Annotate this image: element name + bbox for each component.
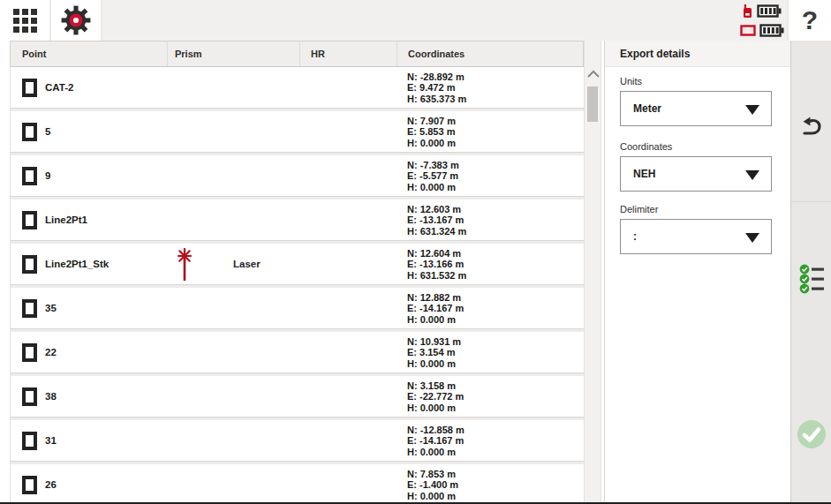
table-row[interactable]: 38 N: 3.158 mE: -22.772 mH: 0.000 m — [11, 376, 584, 417]
coordinates-cell: N: -28.892 mE: 9.472 mH: 635.373 m — [407, 71, 466, 104]
coordinates-label: Coordinates — [620, 141, 672, 152]
row-checkbox[interactable] — [22, 79, 37, 97]
point-name: 26 — [45, 464, 57, 504]
row-checkbox[interactable] — [22, 476, 37, 494]
app-window: ? Point Prism HR Coordinates CAT-2 N: -2… — [0, 0, 831, 504]
select-all-button[interactable] — [791, 263, 831, 294]
top-bar: ? — [0, 0, 831, 41]
back-button[interactable] — [791, 115, 831, 138]
coordinates-cell: N: 3.158 mE: -22.772 mH: 0.000 m — [407, 380, 464, 413]
units-select[interactable]: Meter — [620, 91, 772, 126]
panel-title: Export details — [605, 41, 790, 67]
point-name: 31 — [45, 420, 57, 462]
coordinates-select[interactable]: NEH — [620, 156, 772, 192]
instrument-icon — [740, 25, 756, 36]
chevron-down-icon — [745, 105, 759, 115]
coordinates-cell: N: 12.604 mE: -13.166 mH: 631.532 m — [407, 248, 466, 281]
coordinates-cell: N: 12.882 mE: -14.167 mH: 0.000 m — [407, 292, 464, 325]
point-name: 9 — [45, 155, 50, 197]
coordinates-cell: N: 10.931 mE: 3.154 mH: 0.000 m — [407, 336, 461, 369]
coordinates-cell: N: -12.858 mE: -14.167 mH: 0.000 m — [407, 425, 465, 457]
rail-divider — [791, 201, 831, 202]
scroll-up-icon[interactable] — [586, 70, 601, 79]
point-name: 22 — [45, 332, 57, 373]
column-header-point: Point — [11, 41, 167, 66]
row-checkbox[interactable] — [22, 211, 37, 229]
prism-type-label: Laser — [233, 244, 261, 285]
main-content: Point Prism HR Coordinates CAT-2 N: -28.… — [0, 41, 831, 504]
table-row[interactable]: 35 N: 12.882 mE: -14.167 mH: 0.000 m — [11, 288, 584, 329]
point-list-header: Point Prism HR Coordinates — [10, 41, 584, 67]
controller-icon — [740, 4, 753, 19]
table-row[interactable]: CAT-2 N: -28.892 mE: 9.472 mH: 635.373 m — [11, 67, 584, 109]
checked-list-icon — [798, 263, 825, 294]
list-scrollbar[interactable] — [584, 41, 601, 504]
coordinates-cell: N: 12.603 mE: -13.167 mH: 631.324 m — [407, 204, 466, 237]
apps-menu-button[interactable] — [0, 0, 51, 41]
row-checkbox[interactable] — [22, 255, 37, 274]
delimiter-label: Delimiter — [620, 204, 658, 214]
table-row[interactable]: 31 N: -12.858 mE: -14.167 mH: 0.000 m — [11, 420, 584, 462]
table-row[interactable]: Line2Pt1 N: 12.603 mE: -13.167 mH: 631.3… — [11, 199, 584, 241]
row-checkbox[interactable] — [22, 167, 37, 185]
row-checkbox[interactable] — [22, 387, 37, 406]
column-header-prism: Prism — [167, 41, 299, 66]
gear-icon — [59, 4, 93, 37]
column-header-hr: HR — [299, 41, 397, 66]
ok-button[interactable] — [791, 418, 831, 450]
chevron-down-icon — [745, 170, 759, 180]
table-row[interactable]: 9 N: -7.383 mE: -5.577 mH: 0.000 m — [11, 155, 584, 197]
action-rail — [790, 41, 831, 504]
coordinates-value: NEH — [633, 157, 655, 191]
units-label: Units — [620, 76, 642, 87]
table-row[interactable]: Line2Pt1_Stk Laser N: 12.604 mE: -13.166… — [11, 244, 584, 285]
instrument-battery-icon — [759, 24, 784, 37]
row-checkbox[interactable] — [22, 343, 37, 362]
scrollbar-thumb[interactable] — [587, 87, 598, 122]
point-list: Point Prism HR Coordinates CAT-2 N: -28.… — [10, 41, 584, 504]
undo-arrow-icon — [799, 115, 824, 138]
point-name: Line2Pt1_Stk — [45, 244, 109, 285]
table-row[interactable]: 5 N: 7.907 mE: 5.853 mH: 0.000 m — [11, 111, 584, 153]
status-indicators[interactable] — [740, 3, 784, 39]
help-question-icon: ? — [802, 7, 818, 34]
delimiter-select[interactable]: : — [620, 219, 772, 254]
table-row[interactable]: 22 N: 10.931 mE: 3.154 mH: 0.000 m — [11, 332, 584, 373]
help-button[interactable]: ? — [787, 0, 831, 41]
controller-battery-icon — [757, 4, 782, 18]
column-header-coordinates: Coordinates — [397, 41, 583, 66]
point-name: 38 — [45, 376, 57, 417]
delimiter-value: : — [633, 220, 637, 253]
settings-button[interactable] — [51, 0, 102, 41]
row-checkbox[interactable] — [22, 299, 37, 318]
coordinates-cell: N: 7.853 mE: -1.400 mH: 0.000 m — [407, 469, 458, 501]
laser-prism-icon — [175, 248, 194, 282]
point-name: 5 — [45, 111, 50, 153]
coordinates-cell: N: 7.907 mE: 5.853 mH: 0.000 m — [407, 116, 456, 148]
point-name: Line2Pt1 — [45, 199, 87, 241]
point-name: CAT-2 — [45, 67, 73, 109]
point-name: 35 — [45, 288, 57, 329]
table-row[interactable]: 26 N: 7.853 mE: -1.400 mH: 0.000 m — [11, 464, 584, 504]
apps-grid-icon — [13, 9, 37, 33]
ok-check-icon — [796, 418, 827, 450]
export-details-panel: Export details Units Meter Coordinates N… — [604, 41, 790, 504]
point-rows: CAT-2 N: -28.892 mE: 9.472 mH: 635.373 m… — [10, 67, 584, 504]
row-checkbox[interactable] — [22, 123, 37, 141]
chevron-down-icon — [745, 233, 759, 243]
units-value: Meter — [633, 92, 661, 125]
row-checkbox[interactable] — [22, 432, 37, 450]
coordinates-cell: N: -7.383 mE: -5.577 mH: 0.000 m — [407, 160, 459, 192]
